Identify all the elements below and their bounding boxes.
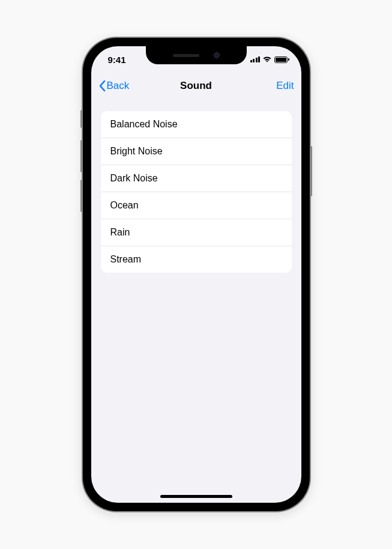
- volume-down-button: [80, 180, 83, 212]
- sound-list: Balanced Noise Bright Noise Dark Noise O…: [101, 111, 292, 273]
- wifi-icon: [262, 56, 272, 63]
- power-button: [310, 146, 312, 196]
- list-item-label: Stream: [110, 254, 142, 264]
- sound-option-stream[interactable]: Stream: [101, 246, 292, 273]
- phone-device-frame: 9:41: [83, 38, 310, 511]
- page-title: Sound: [140, 80, 252, 92]
- sound-option-bright-noise[interactable]: Bright Noise: [101, 138, 292, 165]
- speaker-grille: [173, 54, 199, 57]
- device-notch: [146, 46, 247, 64]
- chevron-left-icon: [98, 80, 106, 92]
- home-indicator[interactable]: [160, 495, 232, 498]
- status-time: 9:41: [108, 55, 144, 65]
- volume-up-button: [80, 140, 83, 172]
- edit-button[interactable]: Edit: [252, 80, 294, 92]
- sound-option-ocean[interactable]: Ocean: [101, 192, 292, 219]
- sound-option-dark-noise[interactable]: Dark Noise: [101, 165, 292, 192]
- list-item-label: Dark Noise: [110, 173, 158, 183]
- battery-icon: [274, 56, 289, 63]
- mute-switch: [80, 110, 83, 128]
- sound-option-rain[interactable]: Rain: [101, 219, 292, 246]
- status-indicators: [250, 56, 289, 63]
- sound-option-balanced-noise[interactable]: Balanced Noise: [101, 111, 292, 138]
- cellular-signal-icon: [250, 56, 261, 62]
- back-button[interactable]: Back: [98, 80, 140, 92]
- navigation-bar: Back Sound Edit: [91, 73, 301, 99]
- front-camera: [214, 52, 220, 58]
- list-item-label: Balanced Noise: [110, 119, 178, 129]
- back-label: Back: [107, 80, 130, 92]
- list-item-label: Bright Noise: [110, 146, 163, 156]
- content-area: Balanced Noise Bright Noise Dark Noise O…: [91, 99, 301, 273]
- device-screen: 9:41: [91, 46, 301, 503]
- list-item-label: Rain: [110, 227, 130, 237]
- list-item-label: Ocean: [110, 200, 139, 210]
